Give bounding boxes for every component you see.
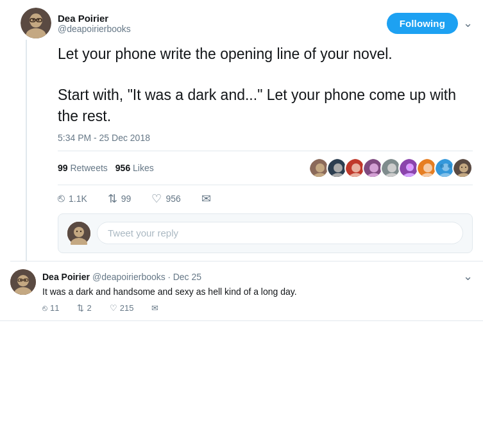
retweets-stat[interactable]: 99 Retweets xyxy=(58,163,108,173)
username[interactable]: @deapoirierbooks xyxy=(58,24,131,34)
svg-point-39 xyxy=(465,167,466,168)
tweet-actions-bar: ⎋ 1.1K ⇅ 99 ♡ 956 ✉ xyxy=(58,187,473,213)
tweet-stats-row: 99 Retweets 956 Likes xyxy=(58,151,473,185)
reply-display-name[interactable]: Dea Poirier xyxy=(42,272,90,282)
liker-avatar-9[interactable] xyxy=(452,158,473,178)
svg-point-33 xyxy=(448,164,452,168)
reply-retweet-count: 2 xyxy=(87,303,91,313)
display-name[interactable]: Dea Poirier xyxy=(58,13,131,24)
tweet-text-line1: Let your phone write the opening line of… xyxy=(58,46,393,62)
likes-stat[interactable]: 956 Likes xyxy=(115,163,154,173)
reply-action[interactable]: ⎋ 1.1K xyxy=(58,192,87,205)
chevron-down-icon[interactable]: ⌄ xyxy=(463,16,473,30)
user-info-section: Dea Poirier @deapoirierbooks xyxy=(21,8,131,38)
stats-left: 99 Retweets 956 Likes xyxy=(58,163,154,173)
tweet-actions-header: Following ⌄ xyxy=(387,13,473,34)
svg-point-46 xyxy=(17,275,29,286)
svg-point-3 xyxy=(33,19,35,21)
svg-point-1 xyxy=(30,13,42,28)
reply-tweet-avatar[interactable] xyxy=(10,269,36,295)
svg-point-12 xyxy=(334,163,343,172)
retweet-icon: ⇅ xyxy=(108,192,117,206)
svg-point-36 xyxy=(459,163,468,172)
svg-point-21 xyxy=(387,163,396,172)
retweets-label: Retweets xyxy=(70,163,107,173)
reply-reply-icon: ⎋ xyxy=(42,303,47,313)
user-info: Dea Poirier @deapoirierbooks xyxy=(58,13,131,34)
likes-count: 956 xyxy=(115,163,130,173)
reply-count: 1.1K xyxy=(69,194,87,204)
svg-point-9 xyxy=(316,163,325,172)
reply-separator: · xyxy=(168,272,171,282)
svg-point-32 xyxy=(440,164,444,168)
reply-user-avatar xyxy=(67,222,90,245)
retweet-count: 99 xyxy=(121,194,131,204)
reply-tweet-chevron-icon[interactable]: ⌄ xyxy=(463,269,473,283)
dm-action[interactable]: ✉ xyxy=(201,192,211,206)
reply-reply-count: 11 xyxy=(50,303,59,313)
reply-heart-icon: ♡ xyxy=(110,303,117,313)
reply-reply-action[interactable]: ⎋ 11 xyxy=(42,303,59,313)
svg-point-49 xyxy=(24,279,26,281)
reply-dm-action[interactable]: ✉ xyxy=(151,303,158,313)
tweet-text: Let your phone write the opening line of… xyxy=(58,44,473,126)
reply-input[interactable] xyxy=(97,222,463,244)
mail-icon: ✉ xyxy=(201,192,211,206)
heart-icon: ♡ xyxy=(151,192,162,206)
svg-point-25 xyxy=(408,165,412,169)
reply-date: Dec 25 xyxy=(173,272,201,282)
svg-point-15 xyxy=(352,163,360,172)
likes-label: Likes xyxy=(133,163,154,173)
reply-like-action[interactable]: ♡ 215 xyxy=(110,303,134,313)
tweet-timestamp: 5:34 PM - 25 Dec 2018 xyxy=(58,133,473,143)
retweet-action[interactable]: ⇅ 99 xyxy=(108,192,131,206)
svg-point-48 xyxy=(20,279,22,281)
reply-icon: ⎋ xyxy=(58,192,65,205)
svg-point-43 xyxy=(76,231,78,232)
like-action[interactable]: ♡ 956 xyxy=(151,192,180,206)
reply-tweet-content: Dea Poirier @deapoirierbooks · Dec 25 ⌄ … xyxy=(42,269,473,313)
reply-retweet-action[interactable]: ⇅ 2 xyxy=(77,303,91,313)
reply-tweet-text: It was a dark and handsome and sexy as h… xyxy=(42,286,473,299)
following-button[interactable]: Following xyxy=(387,13,458,34)
svg-point-38 xyxy=(461,167,462,168)
tweet-header: Dea Poirier @deapoirierbooks Following ⌄ xyxy=(21,8,473,38)
reply-username[interactable]: @deapoirierbooks xyxy=(92,272,165,282)
tweet-content: Let your phone write the opening line of… xyxy=(21,44,473,253)
svg-point-41 xyxy=(74,227,84,237)
reply-retweet-icon: ⇅ xyxy=(77,303,84,313)
reply-like-count: 215 xyxy=(120,303,134,313)
reply-tweet-actions: ⎋ 11 ⇅ 2 ♡ 215 ✉ xyxy=(42,303,473,313)
tweet-text-line2: Start with, "It was a dark and..." Let y… xyxy=(58,87,456,124)
avatar[interactable] xyxy=(21,8,51,38)
reply-mail-icon: ✉ xyxy=(151,303,158,313)
reply-box xyxy=(58,213,473,253)
reply-tweet-header: Dea Poirier @deapoirierbooks · Dec 25 ⌄ xyxy=(42,269,473,283)
svg-point-28 xyxy=(423,163,432,172)
likers-avatar-group xyxy=(309,158,473,178)
svg-point-18 xyxy=(369,163,378,172)
retweets-count: 99 xyxy=(58,163,68,173)
svg-point-4 xyxy=(38,19,40,21)
main-tweet: Dea Poirier @deapoirierbooks Following ⌄… xyxy=(10,0,483,261)
like-count: 956 xyxy=(165,194,180,204)
svg-point-44 xyxy=(80,231,81,232)
reply-tweet-meta: Dea Poirier @deapoirierbooks · Dec 25 xyxy=(42,272,201,282)
reply-tweet: Dea Poirier @deapoirierbooks · Dec 25 ⌄ … xyxy=(0,261,483,322)
